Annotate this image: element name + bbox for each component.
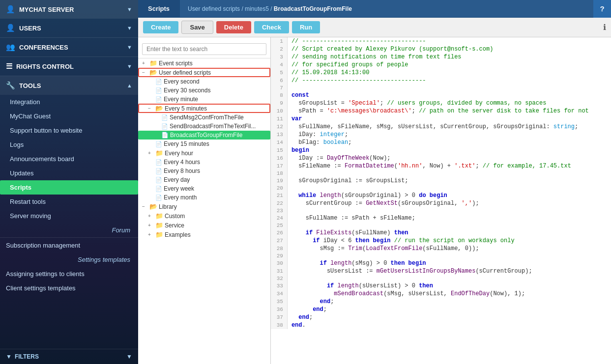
sidebar-item-logs[interactable]: Logs — [0, 138, 138, 152]
tree-item-sendbcast[interactable]: 📄 SendBroadcastFromTheTextFil... — [138, 122, 270, 131]
item-label: Every 5 minutes — [165, 105, 207, 112]
item-label: SendBroadcastFromTheTextFil... — [170, 123, 256, 130]
tree-item-every-month[interactable]: 📄 Every month — [138, 193, 270, 202]
save-button[interactable]: Save — [181, 21, 213, 34]
tools-section: 🔧 TOOLS ▲ Integration MyChat Guest Suppo… — [0, 76, 138, 238]
sidebar-item-integration[interactable]: Integration — [0, 95, 138, 109]
conferences-label: CONFERENCES — [19, 44, 68, 51]
sidebar-item-announcements[interactable]: Announcements board — [0, 152, 138, 166]
forum-label: Forum — [112, 226, 130, 234]
filters-bar[interactable]: ▼ FILTERS ▼ — [0, 349, 138, 364]
tree-item-every-minute[interactable]: 📄 Every minute — [138, 95, 270, 104]
server-moving-label: Server moving — [10, 212, 51, 220]
rights-section: ☰ RIGHTS CONTROL ▼ — [0, 57, 138, 76]
conferences-chevron: ▼ — [127, 44, 132, 50]
expand-icon: − — [148, 106, 154, 111]
code-line: 20 — [271, 185, 611, 192]
subscription-label: Subscription management — [6, 242, 80, 249]
tree-item-user-defined[interactable]: − 📂 User defined scripts — [138, 68, 270, 77]
folder-icon: 📂 — [149, 203, 157, 210]
folder-icon: 📂 — [149, 69, 157, 76]
scripts-label: Scripts — [10, 184, 31, 191]
sidebar-item-mychat-guest[interactable]: MyChat Guest — [0, 109, 138, 123]
sidebar-settings-templates-header: Settings templates — [0, 252, 138, 267]
client-templates-label: Client settings templates — [6, 284, 76, 292]
code-line: 38 end. — [271, 321, 611, 329]
help-button[interactable]: ? — [593, 0, 611, 18]
tree-item-examples[interactable]: + 📁 Examples — [138, 230, 270, 239]
tools-header[interactable]: 🔧 TOOLS ▲ — [0, 76, 138, 95]
item-label: Every second — [164, 78, 200, 85]
scripts-tab[interactable]: Scripts — [138, 0, 180, 17]
sidebar-item-updates[interactable]: Updates — [0, 166, 138, 180]
rights-header[interactable]: ☰ RIGHTS CONTROL ▼ — [0, 57, 138, 76]
code-line: 19 sGroupsOriginal := sGroupsList; — [271, 177, 611, 185]
tree-item-every-day[interactable]: 📄 Every day — [138, 175, 270, 184]
conferences-header[interactable]: 👥 CONFERENCES ▼ — [0, 38, 138, 56]
conferences-icon: 👥 — [6, 43, 15, 52]
sidebar-item-assign-settings[interactable]: Assigning settings to clients — [0, 267, 138, 281]
users-header[interactable]: 👤 USERS ▼ — [0, 19, 138, 37]
sidebar-item-restart-tools[interactable]: Restart tools — [0, 195, 138, 209]
tree-item-custom[interactable]: + 📁 Custom — [138, 211, 270, 221]
server-icon: 👤 — [6, 5, 15, 14]
tree-item-library[interactable]: − 📂 Library — [138, 202, 270, 211]
item-label: Every 4 hours — [164, 159, 200, 166]
tree-item-service[interactable]: + 📁 Service — [138, 221, 270, 230]
assign-settings-label: Assigning settings to clients — [6, 270, 85, 278]
code-line: 6 // ----------------------------------- — [271, 77, 611, 84]
sidebar-item-forum[interactable]: Forum — [0, 223, 138, 237]
mychat-guest-label: MyChat Guest — [10, 112, 51, 120]
code-line: 2 // Script created by Alexey Pikurov (s… — [271, 45, 611, 53]
tree-item-every-5min[interactable]: − 📂 Every 5 minutes — [138, 104, 270, 113]
item-label: Every 30 seconds — [164, 87, 210, 94]
code-line: 3 // sending notifications on time from … — [271, 53, 611, 61]
folder-icon: 📁 — [155, 231, 163, 238]
filter-icon: ▼ — [6, 353, 12, 360]
folder-icon: 📁 — [155, 149, 163, 157]
sidebar-item-client-templates[interactable]: Client settings templates — [0, 281, 138, 295]
sidebar-item-scripts[interactable]: Scripts — [0, 180, 138, 195]
sidebar-item-subscription[interactable]: Subscription management — [0, 238, 138, 252]
tree-item-every-30s[interactable]: 📄 Every 30 seconds — [138, 86, 270, 95]
delete-button[interactable]: Delete — [216, 21, 251, 33]
code-line: 32 — [271, 275, 611, 282]
folder-icon: 📁 — [149, 59, 157, 67]
tree-item-every-hour[interactable]: + 📁 Every hour — [138, 148, 270, 158]
sidebar-item-server-moving[interactable]: Server moving — [0, 209, 138, 223]
code-editor[interactable]: 1 // -----------------------------------… — [271, 37, 611, 364]
code-line: 21 while length(sGroupsOriginal) > 0 do … — [271, 192, 611, 199]
tree-item-sendmsg[interactable]: 📄 SendMsg2ConfFromTheFile — [138, 113, 270, 122]
run-button[interactable]: Run — [292, 21, 320, 33]
tree-item-every-15min[interactable]: 📄 Every 15 minutes — [138, 140, 270, 148]
code-line: 31 sUsersList := mGetUsersListInGroupsBy… — [271, 267, 611, 275]
sidebar-item-support-button[interactable]: Support button to website — [0, 123, 138, 138]
code-line: 15 begin — [271, 146, 611, 154]
check-button[interactable]: Check — [254, 21, 289, 33]
file-icon: 📄 — [155, 195, 162, 201]
file-tree: + 📁 Event scripts − 📂 User defined scrip… — [138, 37, 271, 364]
create-button[interactable]: Create — [143, 21, 178, 33]
tree-item-every-second[interactable]: 📄 Every second — [138, 77, 270, 86]
search-input[interactable] — [142, 43, 266, 55]
tree-item-event-scripts[interactable]: + 📁 Event scripts — [138, 58, 270, 68]
tree-item-every-8hours[interactable]: 📄 Every 8 hours — [138, 167, 270, 175]
info-icon[interactable]: ℹ — [603, 23, 606, 32]
code-line: 22 sCurrentGroup := GetNextSt(sGroupsOri… — [271, 199, 611, 207]
file-icon: 📄 — [161, 114, 168, 121]
tree-item-every-4hours[interactable]: 📄 Every 4 hours — [138, 158, 270, 167]
server-chevron: ▼ — [127, 6, 132, 12]
code-line: 33 if length(sUsersList) > 0 then — [271, 282, 611, 290]
file-icon: 📄 — [155, 186, 162, 192]
expand-icon: + — [148, 232, 154, 237]
code-line: 9 sGroupsList = 'Special'; // users grou… — [271, 99, 611, 107]
tree-item-every-week[interactable]: 📄 Every week — [138, 184, 270, 193]
rights-icon: ☰ — [6, 62, 12, 71]
filters-chevron: ▼ — [126, 353, 132, 360]
integration-label: Integration — [10, 98, 40, 106]
item-label: Every 8 hours — [164, 168, 200, 174]
toolbar: Create Save Delete Check Run ℹ — [138, 18, 611, 37]
tree-item-broadcast-group[interactable]: 📄 BroadcastToGroupFromFile — [138, 131, 270, 140]
server-header[interactable]: 👤 MYCHAT SERVER ▼ — [0, 0, 138, 19]
code-line: 11 var — [271, 115, 611, 123]
